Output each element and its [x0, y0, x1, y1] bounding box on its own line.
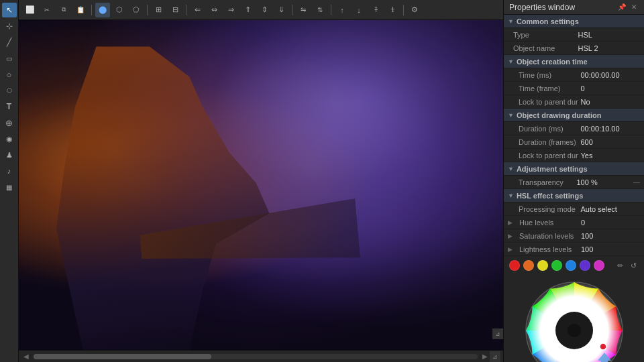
align-middle[interactable]: ⇕: [257, 3, 272, 17]
prop-transparency-value[interactable]: 100 %: [574, 178, 633, 186]
chart-tool[interactable]: ▦: [2, 180, 17, 194]
sep4: [292, 5, 292, 15]
italic-btn[interactable]: ⬡: [112, 3, 127, 17]
align-top[interactable]: ⇑: [240, 3, 255, 17]
hsl-label: HSL effect settings: [517, 192, 583, 200]
speech-tool[interactable]: ◉: [2, 131, 17, 146]
align-center[interactable]: ⇔: [207, 3, 221, 17]
align-right[interactable]: ⇒: [223, 3, 238, 17]
section-drawing-duration[interactable]: ▼ Object drawing duration: [504, 109, 644, 122]
scroll-right-arrow[interactable]: ▶: [480, 353, 490, 360]
color-wheel[interactable]: [524, 280, 625, 362]
common-settings-arrow: ▼: [508, 18, 514, 25]
media-tool[interactable]: ⊕: [2, 115, 17, 130]
bold-btn[interactable]: ⬤: [95, 3, 110, 17]
magenta-swatch[interactable]: [594, 260, 604, 271]
prop-type-label: Type: [508, 31, 576, 39]
transparency-expand-btn[interactable]: —: [633, 178, 640, 186]
green-swatch[interactable]: [551, 260, 562, 271]
prop-time-frame-label: Time (frame): [508, 84, 578, 93]
sep2: [147, 5, 148, 15]
prop-hue-value[interactable]: 0: [578, 219, 640, 227]
align-bottom[interactable]: ⇓: [274, 3, 288, 17]
prop-type-value: HSL: [576, 31, 641, 39]
flip-h[interactable]: ⇋: [296, 3, 311, 17]
paste-btn[interactable]: 📋: [73, 3, 88, 17]
pencil-tool-btn[interactable]: ✏: [614, 260, 625, 271]
prop-lock-parent-dur-value[interactable]: Yes: [578, 152, 641, 160]
orange-swatch[interactable]: [523, 260, 534, 271]
prop-saturation-value[interactable]: 100: [578, 232, 640, 240]
move-up[interactable]: ↑: [335, 3, 350, 17]
yellow-swatch[interactable]: [537, 260, 548, 271]
section-common-settings[interactable]: ▼ Common settings: [504, 15, 644, 28]
drawing-duration-label: Object drawing duration: [517, 111, 602, 119]
prop-time-frame-row: Time (frame) 0: [504, 82, 644, 95]
sep3: [186, 5, 186, 15]
scroll-track[interactable]: [34, 354, 478, 359]
prop-duration-ms-value[interactable]: 00:00:10.00: [578, 125, 641, 133]
panel-title-icons: 📌 ✕: [617, 3, 639, 12]
prop-processing-mode-row: Processing mode Auto select: [504, 202, 644, 216]
prop-duration-frames-value[interactable]: 600: [578, 138, 641, 146]
indigo-swatch[interactable]: [580, 260, 590, 271]
resize-handle[interactable]: ⊿: [492, 328, 503, 339]
prop-lock-parent-dur-label: Lock to parent dur: [508, 152, 578, 160]
common-settings-label: Common settings: [517, 17, 579, 25]
prop-time-ms-value[interactable]: 00:00:00.00: [578, 71, 641, 79]
line-tool[interactable]: ╱: [2, 35, 17, 50]
polygon-tool[interactable]: ⬡: [2, 83, 17, 98]
adjustment-arrow: ▼: [508, 166, 514, 172]
prop-hue-row[interactable]: ▶ Hue levels 0: [504, 216, 644, 229]
prop-time-frame-value[interactable]: 0: [578, 84, 641, 93]
lightness-expand-arrow: ▶: [508, 246, 515, 253]
blue-swatch[interactable]: [566, 260, 576, 271]
prop-saturation-row[interactable]: ▶ Saturation levels 100: [504, 229, 644, 243]
align-left[interactable]: ⇐: [190, 3, 205, 17]
section-adjustment[interactable]: ▼ Adjustment settings: [504, 162, 644, 176]
rect-tool[interactable]: ▭: [2, 51, 17, 66]
pin-icon[interactable]: 📌: [617, 3, 627, 12]
move-down[interactable]: ↓: [352, 3, 366, 17]
prop-objectname-label: Object name: [508, 44, 576, 52]
prop-transparency-label: Transparency: [508, 178, 574, 186]
underline-btn[interactable]: ⬠: [129, 3, 144, 17]
red-swatch[interactable]: [509, 260, 520, 271]
prop-objectname-value[interactable]: HSL 2: [576, 44, 641, 52]
canvas-area[interactable]: ⊿: [19, 20, 503, 350]
copy-btn[interactable]: ⧉: [56, 3, 71, 17]
left-toolbar: ↖ ⊹ ╱ ▭ ○ ⬡ T ⊕ ◉ ♟ ♪ ▦: [0, 0, 19, 362]
prop-processing-mode-value[interactable]: Auto select: [578, 205, 641, 213]
canvas-photo: [19, 20, 503, 350]
prop-lightness-row[interactable]: ▶ Lightness levels 100: [504, 243, 644, 256]
settings-btn[interactable]: ⚙: [407, 3, 422, 17]
ellipse-tool[interactable]: ○: [2, 67, 17, 82]
scroll-left-arrow[interactable]: ◀: [21, 353, 31, 360]
corner-expand-btn[interactable]: ⊿: [490, 351, 500, 362]
prop-lightness-value[interactable]: 100: [578, 245, 640, 253]
arrow-tool[interactable]: ↖: [2, 3, 17, 17]
cut-btn[interactable]: ✂: [40, 3, 54, 17]
move-front[interactable]: ⤉: [368, 3, 383, 17]
creation-time-arrow: ▼: [508, 58, 514, 65]
prop-type-row: Type HSL: [504, 28, 644, 42]
text-tool[interactable]: T: [2, 99, 17, 114]
note-tool[interactable]: ♪: [2, 164, 17, 178]
prop-time-ms-row: Time (ms) 00:00:00.00: [504, 68, 644, 82]
prop-lock-parent-create-value[interactable]: No: [578, 98, 641, 106]
prop-processing-mode-label: Processing mode: [508, 205, 578, 213]
section-hsl[interactable]: ▼ HSL effect settings: [504, 189, 644, 202]
group-btn[interactable]: ⊞: [151, 3, 166, 17]
select-tool[interactable]: ⊹: [2, 19, 17, 34]
move-back[interactable]: ⤈: [385, 3, 400, 17]
sep5: [331, 5, 331, 15]
walk-tool[interactable]: ♟: [2, 147, 17, 162]
new-btn[interactable]: ⬜: [23, 3, 38, 17]
ungroup-btn[interactable]: ⊟: [168, 3, 182, 17]
reset-tool-btn[interactable]: ↺: [628, 260, 639, 271]
flip-v[interactable]: ⇅: [313, 3, 327, 17]
section-creation-time[interactable]: ▼ Object creation time: [504, 55, 644, 68]
color-wheel-container: [504, 275, 644, 362]
hsl-arrow: ▼: [508, 192, 514, 199]
close-icon[interactable]: ✕: [629, 3, 639, 12]
